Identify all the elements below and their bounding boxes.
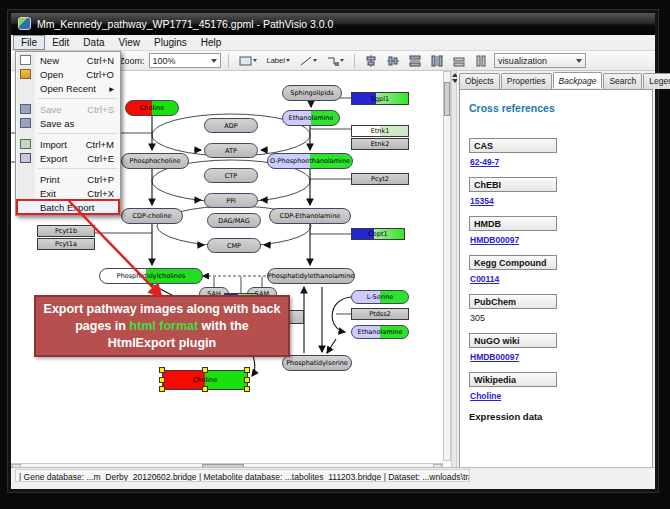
align-center-y-button[interactable]: [384, 53, 402, 69]
xref-link[interactable]: 62-49-7: [470, 157, 644, 167]
menu-item-file[interactable]: File: [13, 35, 45, 50]
menu-item-edit[interactable]: Edit: [45, 35, 76, 50]
pathway-node-sphingolipids[interactable]: Sphingolipids: [282, 85, 342, 101]
chevron-down-icon: [576, 59, 582, 63]
selection-handle[interactable]: [159, 386, 165, 392]
menu-item-label: Save as: [40, 118, 74, 129]
pathway-node-ethanolamine[interactable]: Ethanolamine: [351, 325, 409, 339]
file-menu-item-print[interactable]: PrintCtrl+P: [17, 172, 119, 186]
pathway-node-choline[interactable]: Choline: [162, 370, 248, 390]
pathway-node-sgpl1[interactable]: Sgpl1: [351, 92, 409, 105]
file-menu-item-open-recent[interactable]: Open Recent▸: [17, 81, 119, 95]
side-panel-tabs: ObjectsPropertiesBackpageSearchLegend: [459, 73, 653, 89]
pathway-node-pcyt1a[interactable]: Pcyt1a: [37, 238, 95, 250]
selection-handle[interactable]: [159, 367, 165, 373]
pathvisio-window: Mm_Kennedy_pathway_WP1771_45176.gpml - P…: [8, 10, 658, 492]
selection-handle[interactable]: [202, 367, 208, 373]
common-width-button[interactable]: [450, 53, 468, 69]
xref-link[interactable]: HMDB00097: [470, 235, 644, 245]
pathway-node-cdp-ethanolamine[interactable]: CDP-Ethanolamine: [269, 208, 351, 224]
selection-handle[interactable]: [244, 367, 250, 373]
file-menu-item-save-as[interactable]: Save as: [17, 116, 119, 130]
label-button-text: Label: [267, 56, 285, 65]
pathway-node-dag-mag[interactable]: DAG/MAG: [207, 213, 261, 228]
file-menu-item-batch-export[interactable]: Batch Export: [17, 200, 119, 214]
pathway-node-pcyt1b[interactable]: Pcyt1b: [37, 225, 95, 237]
xref-section: NuGO wikiHMDB00097: [469, 333, 644, 362]
distribute-horizontal-button[interactable]: [428, 53, 446, 69]
pathway-node-etnk2[interactable]: Etnk2: [351, 138, 409, 150]
xref-link[interactable]: HMDB00097: [470, 352, 644, 362]
xref-source-name: ChEBI: [469, 177, 557, 192]
new-connector-button[interactable]: [324, 53, 347, 69]
title-bar[interactable]: Mm_Kennedy_pathway_WP1771_45176.gpml - P…: [11, 13, 655, 35]
tab-objects[interactable]: Objects: [459, 73, 500, 89]
xref-section: Kegg CompoundC00114: [469, 255, 644, 284]
menu-item-view[interactable]: View: [111, 35, 147, 50]
pathway-node-phosphatidylserine[interactable]: Phosphatidylserine: [282, 355, 352, 371]
annotation-callout: Export pathway images along with back pa…: [34, 295, 290, 357]
menu-shortcut: Ctrl+M: [86, 139, 119, 150]
menu-shortcut: Ctrl+O: [86, 69, 119, 80]
pathway-node-phosphocholine[interactable]: Phosphocholine: [121, 153, 189, 169]
canvas-vertical-scrollbar[interactable]: [443, 71, 451, 461]
zoom-combobox[interactable]: 100%: [149, 53, 221, 68]
menu-item-label: Print: [40, 174, 60, 185]
pathway-node-etnk1[interactable]: Etnk1: [351, 125, 409, 137]
align-center-x-icon: [365, 55, 377, 67]
selection-handle[interactable]: [244, 377, 250, 383]
new-label-button[interactable]: Label: [264, 53, 293, 69]
menu-item-label: Export: [40, 153, 67, 164]
file-menu-item-save[interactable]: SaveCtrl+S: [17, 102, 119, 116]
align-center-x-button[interactable]: [362, 53, 380, 69]
pathway-node-phosphatidylcholines[interactable]: Phosphatidylcholines: [99, 268, 203, 284]
visualization-value: visualization: [498, 56, 547, 66]
chevron-down-icon: [313, 59, 317, 62]
pathway-node-l-serine[interactable]: L-Serine: [351, 290, 409, 304]
xref-link[interactable]: C00114: [470, 274, 644, 284]
pathway-node-pcyt2[interactable]: Pcyt2: [351, 173, 409, 185]
selection-handle[interactable]: [244, 386, 250, 392]
datanode-icon: [239, 56, 252, 66]
export-icon: [20, 153, 31, 163]
pathway-node-ptdss2[interactable]: Ptdss2: [351, 308, 409, 320]
menu-item-plugins[interactable]: Plugins: [147, 35, 194, 50]
selection-handle[interactable]: [202, 386, 208, 392]
menu-item-label: Batch Export: [40, 202, 94, 213]
file-menu-item-export[interactable]: ExportCtrl+E: [17, 151, 119, 165]
scrollbar-thumb[interactable]: [444, 82, 450, 116]
tab-properties[interactable]: Properties: [501, 73, 552, 89]
side-panel: ObjectsPropertiesBackpageSearchLegend Cr…: [457, 71, 655, 475]
file-menu-item-exit[interactable]: ExitCtrl+X: [17, 186, 119, 200]
visualization-combobox[interactable]: visualization: [494, 53, 586, 68]
xref-source-name: Kegg Compound: [469, 255, 557, 270]
common-height-button[interactable]: [472, 53, 490, 69]
distribute-vertical-button[interactable]: [406, 53, 424, 69]
pathway-node-ppi[interactable]: PPi: [204, 193, 258, 208]
xref-link[interactable]: Choline: [470, 391, 644, 401]
menu-item-label: Exit: [40, 188, 56, 199]
tab-backpage[interactable]: Backpage: [553, 72, 603, 88]
tab-search[interactable]: Search: [603, 73, 642, 89]
pathway-node-ethanolamine[interactable]: Ethanolamine: [282, 110, 340, 126]
pathway-node-atp[interactable]: ATP: [204, 143, 258, 158]
file-menu-item-import[interactable]: ImportCtrl+M: [17, 137, 119, 151]
pathway-node-cdp-choline[interactable]: CDP-choline: [121, 208, 183, 224]
pathway-node-o-phosphoethanolamine[interactable]: O-Phosphoethanolamine: [267, 153, 353, 169]
file-menu-item-open[interactable]: OpenCtrl+O: [17, 67, 119, 81]
tab-legend[interactable]: Legend: [643, 73, 670, 89]
pathway-node-choline[interactable]: Choline: [125, 100, 179, 116]
pathway-node-adp[interactable]: ADP: [204, 118, 258, 133]
pathway-node-cept1[interactable]: Cept1: [351, 228, 405, 240]
new-datanode-button[interactable]: [236, 53, 260, 69]
pathway-node-ctp[interactable]: CTP: [204, 168, 258, 183]
menu-item-data[interactable]: Data: [76, 35, 111, 50]
xref-link[interactable]: 15354: [470, 196, 644, 206]
menu-item-help[interactable]: Help: [194, 35, 229, 50]
pathway-node-cmp[interactable]: CMP: [207, 238, 261, 253]
common-width-icon: [453, 55, 465, 67]
pathway-node-phosphatidylethanolamine[interactable]: Phosphatidylethanolamine: [267, 268, 355, 284]
new-line-button[interactable]: [297, 53, 320, 69]
file-menu-item-new[interactable]: NewCtrl+N: [17, 53, 119, 67]
selection-handle[interactable]: [159, 377, 165, 383]
